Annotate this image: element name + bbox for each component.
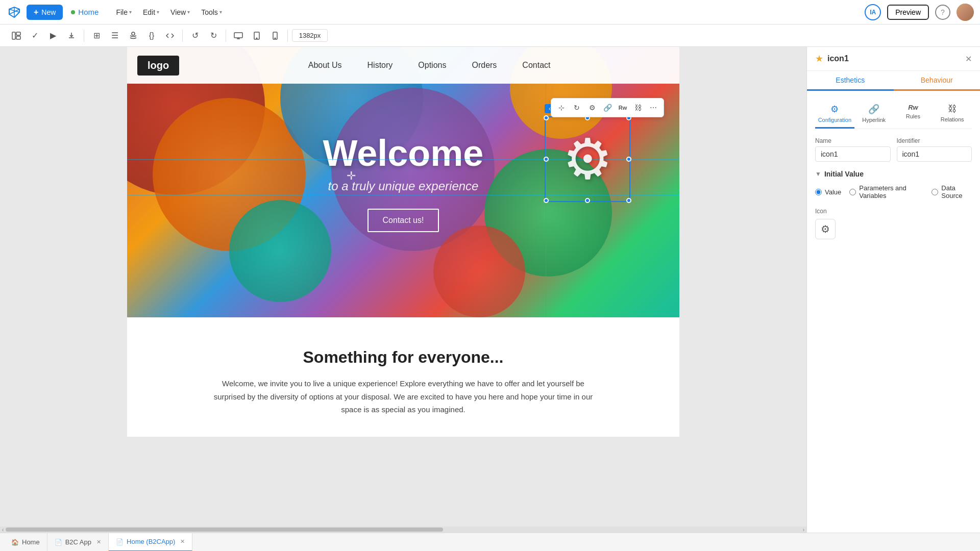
subtab-rules[interactable]: Rw Rules: [894, 99, 933, 129]
scroll-left-arrow[interactable]: ‹: [0, 527, 6, 533]
nav-options[interactable]: Options: [418, 61, 446, 70]
top-menu: File ▾ Edit ▾ View ▾ Tools ▾: [111, 5, 227, 19]
ft-more-btn[interactable]: ⋯: [646, 101, 660, 115]
icon-element[interactable]: icon1 ⚙: [547, 118, 628, 200]
rp-tabs: Esthetics Behaviour: [807, 71, 980, 91]
svg-rect-4: [234, 33, 242, 38]
close-panel-btn[interactable]: ✕: [965, 54, 972, 64]
ft-chain-btn[interactable]: ⛓: [631, 101, 645, 115]
h-scrollbar-track: [6, 528, 800, 532]
radio-datasource[interactable]: Data Source: [932, 184, 972, 199]
home-b2capp-tab-icon: 📄: [116, 538, 124, 545]
file-menu[interactable]: File ▾: [111, 5, 137, 19]
desktop-btn[interactable]: [230, 28, 247, 44]
source-btn[interactable]: [162, 28, 178, 44]
btab-home[interactable]: 🏠 Home: [4, 533, 47, 552]
edit-menu-arrow: ▾: [157, 9, 159, 15]
view-menu-arrow: ▾: [187, 9, 190, 15]
rp-body: ⚙ Configuration 🔗 Hyperlink Rw Rules ⛓ R…: [807, 91, 980, 533]
ft-settings-btn[interactable]: ⚙: [585, 101, 599, 115]
check-btn[interactable]: ✓: [27, 28, 43, 44]
hero-cta-button[interactable]: Contact us!: [368, 209, 439, 232]
ft-move-btn[interactable]: ⊹: [554, 101, 569, 115]
btab-b2capp[interactable]: 📄 B2C App ✕: [47, 533, 109, 552]
hero-content: Welcome to a truly unique experience Con…: [250, 132, 556, 232]
layout-btn[interactable]: [8, 28, 24, 44]
radio-datasource-input[interactable]: [932, 189, 938, 195]
initial-value-section[interactable]: ▼ Initial Value: [815, 170, 972, 178]
scroll-right-arrow[interactable]: ›: [801, 527, 806, 533]
name-label: Name: [815, 137, 891, 144]
plus-icon: +: [34, 8, 38, 17]
ft-rotate-btn[interactable]: ↻: [570, 101, 584, 115]
home-tab[interactable]: Home: [67, 8, 103, 16]
layers-btn[interactable]: ☰: [107, 28, 123, 44]
radio-params[interactable]: Parameters and Variables: [849, 184, 923, 199]
code-btn[interactable]: {}: [143, 28, 160, 44]
site-nav-links: About Us History Options Orders Contact: [189, 61, 669, 70]
nav-contact[interactable]: Contact: [522, 61, 550, 70]
tab-esthetics[interactable]: Esthetics: [807, 71, 894, 91]
b2capp-close-btn[interactable]: ✕: [96, 539, 101, 545]
radio-value-input[interactable]: [815, 189, 822, 195]
subtab-configuration[interactable]: ⚙ Configuration: [815, 99, 854, 129]
subtab-relations[interactable]: ⛓ Relations: [933, 99, 972, 129]
main-layout: logo About Us History Options Orders Con…: [0, 47, 980, 533]
subtab-hyperlink[interactable]: 🔗 Hyperlink: [854, 99, 894, 129]
nav-about[interactable]: About Us: [308, 61, 342, 70]
content-text: Welcome, we invite you to live a unique …: [212, 377, 595, 416]
icon-selector[interactable]: ⚙: [815, 219, 836, 239]
svg-rect-0: [12, 32, 15, 39]
play-btn[interactable]: ▶: [45, 28, 61, 44]
ia-button[interactable]: IA: [865, 4, 881, 20]
help-button[interactable]: ?: [935, 5, 950, 20]
edit-menu[interactable]: Edit ▾: [138, 5, 164, 19]
nav-history[interactable]: History: [368, 61, 393, 70]
home-b2capp-close-btn[interactable]: ✕: [180, 538, 185, 545]
svg-point-3: [132, 32, 135, 35]
ft-link-btn[interactable]: 🔗: [600, 101, 615, 115]
preview-button[interactable]: Preview: [887, 5, 929, 20]
handle-bottom-center[interactable]: [585, 198, 590, 203]
handle-bottom-left[interactable]: [544, 198, 549, 203]
rp-name-field: Name: [815, 137, 891, 162]
content-title: Something for everyone...: [148, 348, 659, 367]
handle-bottom-right[interactable]: [626, 198, 631, 203]
identifier-label: Identifier: [897, 137, 972, 144]
handle-middle-left[interactable]: [544, 157, 549, 162]
redo-btn[interactable]: ↻: [205, 28, 222, 44]
hero-title: Welcome: [250, 132, 556, 174]
home-status-dot: [71, 10, 75, 14]
new-button[interactable]: + New: [27, 5, 63, 20]
tools-menu[interactable]: Tools ▾: [196, 5, 227, 19]
radio-params-input[interactable]: [849, 189, 856, 195]
identifier-input[interactable]: [897, 146, 972, 162]
data-btn[interactable]: [125, 28, 141, 44]
user-avatar[interactable]: [957, 4, 974, 21]
view-menu[interactable]: View ▾: [165, 5, 195, 19]
svg-rect-1: [16, 32, 20, 35]
export-btn[interactable]: [63, 28, 80, 44]
tab-behaviour[interactable]: Behaviour: [894, 71, 981, 91]
nav-orders[interactable]: Orders: [472, 61, 497, 70]
icon-label: Icon: [815, 208, 972, 215]
ft-rw-btn[interactable]: Rw: [616, 101, 630, 115]
radio-value[interactable]: Value: [815, 188, 841, 196]
site-frame: logo About Us History Options Orders Con…: [127, 47, 679, 437]
canvas-area[interactable]: logo About Us History Options Orders Con…: [0, 47, 806, 533]
selection-border: [545, 116, 630, 202]
h-scrollbar-thumb[interactable]: [6, 528, 443, 532]
undo-btn[interactable]: ↺: [187, 28, 203, 44]
right-panel: ★ icon1 ✕ Esthetics Behaviour ⚙ Configur…: [806, 47, 980, 533]
tablet-btn[interactable]: [249, 28, 265, 44]
mobile-btn[interactable]: [267, 28, 283, 44]
btab-home-b2capp[interactable]: 📄 Home (B2CApp) ✕: [109, 533, 192, 552]
h-scrollbar[interactable]: ‹ ›: [0, 527, 806, 533]
handle-middle-right[interactable]: [626, 157, 631, 162]
handle-top-left[interactable]: [544, 115, 549, 120]
bottom-tabs: 🏠 Home 📄 B2C App ✕ 📄 Home (B2CApp) ✕: [0, 533, 980, 551]
svg-rect-2: [16, 36, 20, 39]
top-bar: + New Home File ▾ Edit ▾ View ▾ Tools ▾ …: [0, 0, 980, 24]
components-btn[interactable]: ⊞: [88, 28, 105, 44]
name-input[interactable]: [815, 146, 891, 162]
